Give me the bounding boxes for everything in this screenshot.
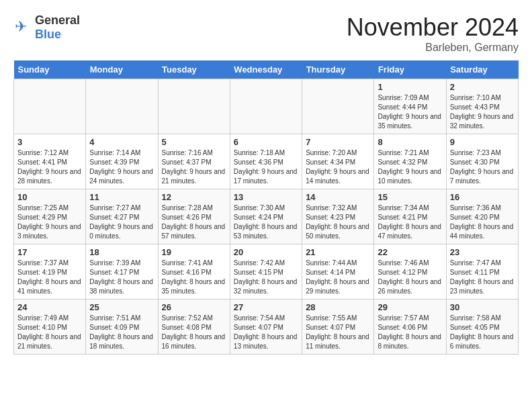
calendar-cell — [14, 79, 86, 134]
day-number: 22 — [378, 247, 442, 257]
calendar-cell: 21Sunrise: 7:44 AM Sunset: 4:14 PM Dayli… — [302, 244, 374, 300]
calendar-cell: 26Sunrise: 7:52 AM Sunset: 4:08 PM Dayli… — [158, 300, 230, 355]
header-day-wednesday: Wednesday — [230, 60, 302, 79]
calendar-cell: 6Sunrise: 7:18 AM Sunset: 4:36 PM Daylig… — [230, 134, 302, 189]
header-day-thursday: Thursday — [302, 60, 374, 79]
logo-blue: Blue — [35, 28, 61, 41]
logo-icon: ✈ — [13, 18, 32, 37]
calendar-cell: 28Sunrise: 7:55 AM Sunset: 4:07 PM Dayli… — [302, 300, 374, 355]
day-number: 14 — [306, 192, 370, 202]
calendar-body: 1Sunrise: 7:09 AM Sunset: 4:44 PM Daylig… — [14, 79, 519, 355]
calendar-cell: 20Sunrise: 7:42 AM Sunset: 4:15 PM Dayli… — [230, 244, 302, 300]
day-info: Sunrise: 7:09 AM Sunset: 4:44 PM Dayligh… — [378, 93, 442, 131]
day-info: Sunrise: 7:18 AM Sunset: 4:36 PM Dayligh… — [234, 148, 298, 186]
calendar-cell — [86, 79, 158, 134]
day-info: Sunrise: 7:32 AM Sunset: 4:23 PM Dayligh… — [306, 203, 370, 241]
day-info: Sunrise: 7:28 AM Sunset: 4:26 PM Dayligh… — [162, 203, 226, 241]
day-info: Sunrise: 7:42 AM Sunset: 4:15 PM Dayligh… — [234, 259, 298, 296]
calendar-cell: 7Sunrise: 7:20 AM Sunset: 4:34 PM Daylig… — [302, 134, 374, 189]
day-number: 17 — [17, 247, 82, 257]
week-row-4: 17Sunrise: 7:37 AM Sunset: 4:19 PM Dayli… — [14, 244, 519, 300]
calendar-cell: 14Sunrise: 7:32 AM Sunset: 4:23 PM Dayli… — [302, 189, 374, 244]
day-info: Sunrise: 7:20 AM Sunset: 4:34 PM Dayligh… — [306, 148, 370, 186]
header-day-monday: Monday — [86, 60, 158, 79]
header-day-tuesday: Tuesday — [158, 60, 230, 79]
calendar-cell: 11Sunrise: 7:27 AM Sunset: 4:27 PM Dayli… — [86, 189, 158, 244]
day-info: Sunrise: 7:14 AM Sunset: 4:39 PM Dayligh… — [89, 148, 154, 186]
day-number: 5 — [162, 137, 226, 147]
calendar-cell: 12Sunrise: 7:28 AM Sunset: 4:26 PM Dayli… — [158, 189, 230, 244]
calendar-cell: 17Sunrise: 7:37 AM Sunset: 4:19 PM Dayli… — [14, 244, 86, 300]
day-number: 11 — [89, 192, 154, 202]
day-number: 27 — [234, 302, 298, 312]
day-number: 26 — [162, 302, 226, 312]
day-info: Sunrise: 7:25 AM Sunset: 4:29 PM Dayligh… — [17, 203, 82, 241]
day-info: Sunrise: 7:10 AM Sunset: 4:43 PM Dayligh… — [450, 93, 515, 131]
calendar-cell: 29Sunrise: 7:57 AM Sunset: 4:06 PM Dayli… — [374, 300, 446, 355]
calendar-cell: 19Sunrise: 7:41 AM Sunset: 4:16 PM Dayli… — [158, 244, 230, 300]
calendar-cell: 4Sunrise: 7:14 AM Sunset: 4:39 PM Daylig… — [86, 134, 158, 189]
calendar-cell: 5Sunrise: 7:16 AM Sunset: 4:37 PM Daylig… — [158, 134, 230, 189]
week-row-1: 1Sunrise: 7:09 AM Sunset: 4:44 PM Daylig… — [14, 79, 519, 134]
svg-text:✈: ✈ — [15, 18, 27, 35]
day-number: 10 — [17, 192, 82, 202]
calendar-cell: 2Sunrise: 7:10 AM Sunset: 4:43 PM Daylig… — [446, 79, 518, 134]
day-info: Sunrise: 7:39 AM Sunset: 4:17 PM Dayligh… — [89, 259, 154, 296]
day-info: Sunrise: 7:44 AM Sunset: 4:14 PM Dayligh… — [306, 259, 370, 296]
day-number: 29 — [378, 302, 442, 312]
calendar-cell — [158, 79, 230, 134]
day-info: Sunrise: 7:55 AM Sunset: 4:07 PM Dayligh… — [306, 314, 370, 351]
calendar-cell: 10Sunrise: 7:25 AM Sunset: 4:29 PM Dayli… — [14, 189, 86, 244]
location-title: Barleben, Germany — [347, 42, 519, 54]
month-title: November 2024 — [347, 13, 519, 42]
day-number: 18 — [89, 247, 154, 257]
logo: ✈ General Blue — [13, 13, 80, 42]
calendar-cell: 23Sunrise: 7:47 AM Sunset: 4:11 PM Dayli… — [446, 244, 518, 300]
week-row-5: 24Sunrise: 7:49 AM Sunset: 4:10 PM Dayli… — [14, 300, 519, 355]
day-number: 19 — [162, 247, 226, 257]
day-number: 6 — [234, 137, 298, 147]
header-day-saturday: Saturday — [446, 60, 518, 79]
day-info: Sunrise: 7:47 AM Sunset: 4:11 PM Dayligh… — [450, 259, 515, 296]
day-info: Sunrise: 7:57 AM Sunset: 4:06 PM Dayligh… — [378, 314, 442, 351]
day-number: 15 — [378, 192, 442, 202]
calendar-cell — [302, 79, 374, 134]
day-info: Sunrise: 7:36 AM Sunset: 4:20 PM Dayligh… — [450, 203, 515, 241]
day-number: 3 — [17, 137, 82, 147]
logo-text: General Blue — [35, 13, 80, 42]
day-info: Sunrise: 7:46 AM Sunset: 4:12 PM Dayligh… — [378, 259, 442, 296]
calendar-cell: 3Sunrise: 7:12 AM Sunset: 4:41 PM Daylig… — [14, 134, 86, 189]
day-info: Sunrise: 7:37 AM Sunset: 4:19 PM Dayligh… — [17, 259, 82, 296]
day-info: Sunrise: 7:27 AM Sunset: 4:27 PM Dayligh… — [89, 203, 154, 241]
day-info: Sunrise: 7:12 AM Sunset: 4:41 PM Dayligh… — [17, 148, 82, 186]
day-info: Sunrise: 7:49 AM Sunset: 4:10 PM Dayligh… — [17, 314, 82, 351]
day-number: 24 — [17, 302, 82, 312]
day-number: 13 — [234, 192, 298, 202]
week-row-3: 10Sunrise: 7:25 AM Sunset: 4:29 PM Dayli… — [14, 189, 519, 244]
day-number: 8 — [378, 137, 442, 147]
day-info: Sunrise: 7:54 AM Sunset: 4:07 PM Dayligh… — [234, 314, 298, 351]
day-info: Sunrise: 7:52 AM Sunset: 4:08 PM Dayligh… — [162, 314, 226, 351]
calendar-cell — [230, 79, 302, 134]
calendar-cell: 30Sunrise: 7:58 AM Sunset: 4:05 PM Dayli… — [446, 300, 518, 355]
day-number: 16 — [450, 192, 515, 202]
calendar-cell: 8Sunrise: 7:21 AM Sunset: 4:32 PM Daylig… — [374, 134, 446, 189]
day-info: Sunrise: 7:21 AM Sunset: 4:32 PM Dayligh… — [378, 148, 442, 186]
day-info: Sunrise: 7:30 AM Sunset: 4:24 PM Dayligh… — [234, 203, 298, 241]
title-area: November 2024 Barleben, Germany — [347, 13, 519, 54]
calendar-header-row: SundayMondayTuesdayWednesdayThursdayFrid… — [14, 60, 519, 79]
calendar-cell: 25Sunrise: 7:51 AM Sunset: 4:09 PM Dayli… — [86, 300, 158, 355]
day-number: 25 — [89, 302, 154, 312]
calendar-table: SundayMondayTuesdayWednesdayThursdayFrid… — [13, 60, 519, 355]
day-number: 1 — [378, 82, 442, 92]
calendar-cell: 13Sunrise: 7:30 AM Sunset: 4:24 PM Dayli… — [230, 189, 302, 244]
day-number: 28 — [306, 302, 370, 312]
day-info: Sunrise: 7:23 AM Sunset: 4:30 PM Dayligh… — [450, 148, 515, 186]
day-number: 4 — [89, 137, 154, 147]
header-day-friday: Friday — [374, 60, 446, 79]
calendar-cell: 15Sunrise: 7:34 AM Sunset: 4:21 PM Dayli… — [374, 189, 446, 244]
day-number: 12 — [162, 192, 226, 202]
day-number: 2 — [450, 82, 515, 92]
week-row-2: 3Sunrise: 7:12 AM Sunset: 4:41 PM Daylig… — [14, 134, 519, 189]
calendar-cell: 9Sunrise: 7:23 AM Sunset: 4:30 PM Daylig… — [446, 134, 518, 189]
